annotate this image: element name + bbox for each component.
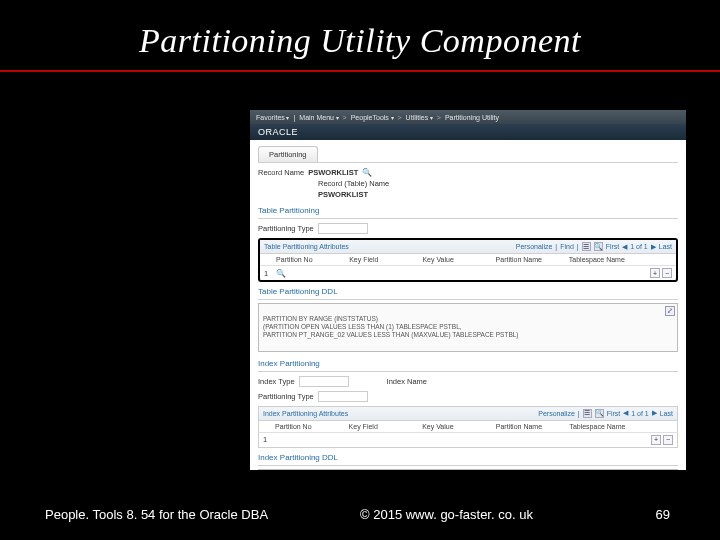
table-ddl-textarea[interactable]: PARTITION BY RANGE (INSTSTATUS) (PARTITI…: [258, 303, 678, 352]
title-underline: [0, 70, 720, 72]
zoom-icon[interactable]: 🔍: [594, 242, 603, 251]
row-number: 1: [263, 435, 275, 444]
nav-prev-icon[interactable]: ◀: [622, 243, 627, 251]
record-name-value: PSWORKLIST: [308, 168, 358, 177]
index-type-row: Index Type Index Name: [258, 376, 678, 387]
col-tablespace-name: Tablespace Name: [569, 256, 642, 263]
col-tablespace-name: Tablespace Name: [569, 423, 643, 430]
col-partition-name: Partition Name: [496, 423, 570, 430]
breadcrumb-sep: >: [398, 114, 402, 121]
highlight-box: Table Partitioning Attributes Personaliz…: [258, 238, 678, 282]
index-attrs-title: Index Partitioning Attributes: [263, 410, 348, 417]
slide-title: Partitioning Utility Component: [0, 0, 720, 70]
record-table-row: Record (Table) Name: [258, 179, 678, 188]
col-partition-name: Partition Name: [496, 256, 569, 263]
index-part-type-input[interactable]: [318, 391, 368, 402]
index-type-input[interactable]: [299, 376, 349, 387]
table-row: 1 🔍 + −: [260, 266, 676, 280]
partitioning-type-input[interactable]: [318, 223, 368, 234]
col-partition-no: Partition No: [275, 423, 349, 430]
tab-divider: [258, 162, 678, 163]
content-area: Partitioning Record Name PSWORKLIST 🔍 Re…: [250, 140, 686, 470]
view-all-icon[interactable]: ☰: [583, 409, 592, 418]
index-attrs-grid-header: Index Partitioning Attributes Personaliz…: [258, 406, 678, 421]
lookup-icon[interactable]: 🔍: [362, 167, 372, 177]
col-key-field: Key Field: [349, 256, 422, 263]
col-key-value: Key Value: [422, 256, 495, 263]
partitioning-type-row: Partitioning Type: [258, 223, 678, 234]
brand-logo: ORACLE: [258, 127, 298, 137]
col-partition-no: Partition No: [276, 256, 349, 263]
breadcrumb-sep: >: [437, 114, 441, 121]
index-ddl-textarea[interactable]: CREATE INDEX ON PSWORKLIST () LOCAL TABL…: [258, 469, 678, 470]
row-number: 1: [264, 269, 276, 278]
table-row: 1 + −: [258, 433, 678, 448]
table-attrs-columns: Partition No Key Field Key Value Partiti…: [260, 254, 676, 266]
table-attrs-grid-header: Table Partitioning Attributes Personaliz…: [260, 240, 676, 254]
record-table-value-row: PSWORKLIST: [258, 190, 678, 199]
section-table-ddl: Table Partitioning DDL: [258, 284, 678, 300]
section-index-ddl: Index Partitioning DDL: [258, 450, 678, 466]
view-all-icon[interactable]: ☰: [582, 242, 591, 251]
footer-left: People. Tools 8. 54 for the Oracle DBA: [45, 507, 268, 522]
add-row-icon[interactable]: +: [651, 435, 661, 445]
pager-text: 1 of 1: [631, 410, 649, 417]
brand-bar: ORACLE: [250, 124, 686, 140]
col-key-value: Key Value: [422, 423, 496, 430]
personalize-link[interactable]: Personalize: [516, 243, 553, 250]
breadcrumb-utilities[interactable]: Utilities: [406, 114, 433, 121]
footer-center: © 2015 www. go-faster. co. uk: [360, 507, 533, 522]
record-table-value: PSWORKLIST: [318, 190, 368, 199]
table-ddl-text: PARTITION BY RANGE (INSTSTATUS) (PARTITI…: [263, 315, 519, 338]
breadcrumb: Favorites | Main Menu > PeopleTools > Ut…: [250, 110, 686, 124]
nav-prev-icon[interactable]: ◀: [623, 409, 628, 417]
delete-row-icon[interactable]: −: [662, 268, 672, 278]
col-key-field: Key Field: [349, 423, 423, 430]
first-link[interactable]: First: [607, 410, 621, 417]
breadcrumb-main-menu[interactable]: Main Menu: [299, 114, 338, 121]
zoom-icon[interactable]: 🔍: [595, 409, 604, 418]
add-row-icon[interactable]: +: [650, 268, 660, 278]
record-table-label: Record (Table) Name: [318, 179, 389, 188]
pager-text: 1 of 1: [630, 243, 648, 250]
breadcrumb-current: Partitioning Utility: [445, 114, 499, 121]
lookup-icon[interactable]: 🔍: [276, 268, 286, 278]
app-window: Favorites | Main Menu > PeopleTools > Ut…: [250, 110, 686, 470]
first-link[interactable]: First: [606, 243, 620, 250]
index-name-label: Index Name: [387, 377, 427, 386]
index-partitioning-type-row: Partitioning Type: [258, 391, 678, 402]
tab-partitioning[interactable]: Partitioning: [258, 146, 318, 162]
section-table-partitioning: Table Partitioning: [258, 203, 678, 219]
partitioning-type-label: Partitioning Type: [258, 224, 314, 233]
nav-next-icon[interactable]: ▶: [651, 243, 656, 251]
breadcrumb-favorites[interactable]: Favorites: [256, 114, 289, 121]
nav-next-icon[interactable]: ▶: [652, 409, 657, 417]
last-link[interactable]: Last: [659, 243, 672, 250]
breadcrumb-sep: |: [293, 114, 295, 121]
index-type-label: Index Type: [258, 377, 295, 386]
section-index-partitioning: Index Partitioning: [258, 356, 678, 372]
breadcrumb-sep: >: [343, 114, 347, 121]
record-name-label: Record Name: [258, 168, 304, 177]
expand-icon[interactable]: ⤢: [665, 306, 675, 316]
delete-row-icon[interactable]: −: [663, 435, 673, 445]
record-name-row: Record Name PSWORKLIST 🔍: [258, 167, 678, 177]
table-attrs-title: Table Partitioning Attributes: [264, 243, 349, 250]
last-link[interactable]: Last: [660, 410, 673, 417]
find-link[interactable]: Find: [560, 243, 574, 250]
breadcrumb-peopletools[interactable]: PeopleTools: [351, 114, 394, 121]
personalize-link[interactable]: Personalize: [538, 410, 575, 417]
index-attrs-columns: Partition No Key Field Key Value Partiti…: [258, 421, 678, 433]
index-part-type-label: Partitioning Type: [258, 392, 314, 401]
footer-page-number: 69: [656, 507, 670, 522]
